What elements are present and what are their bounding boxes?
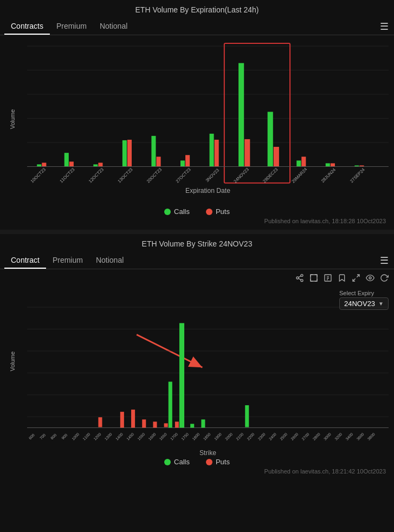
- svg-rect-15: [64, 153, 69, 166]
- svg-text:3200: 3200: [334, 432, 343, 441]
- svg-rect-25: [210, 134, 214, 167]
- svg-text:1600: 1600: [148, 432, 157, 441]
- menu-icon[interactable]: ☰: [380, 21, 389, 33]
- chart1-area: Volume 125K 100K 75K 50K 25K 0: [0, 35, 394, 203]
- chart2-menu-icon[interactable]: ☰: [380, 255, 389, 267]
- svg-rect-14: [42, 163, 46, 166]
- chart2-section: ETH Volume By Strike 24NOV23 Contract Pr…: [0, 234, 394, 480]
- svg-text:1450: 1450: [126, 432, 134, 441]
- svg-rect-90: [201, 419, 205, 427]
- svg-rect-85: [164, 423, 168, 427]
- svg-text:600: 600: [28, 433, 35, 440]
- svg-text:24NOV23: 24NOV23: [233, 167, 250, 184]
- svg-rect-84: [153, 421, 157, 427]
- svg-text:3800: 3800: [367, 432, 376, 441]
- svg-rect-26: [215, 140, 219, 167]
- svg-rect-29: [268, 112, 273, 166]
- svg-text:Expiration Date: Expiration Date: [185, 187, 230, 194]
- chart1-y-axis-label: Volume: [9, 109, 16, 129]
- tab2-premium[interactable]: Premium: [46, 252, 89, 269]
- svg-rect-18: [98, 163, 102, 166]
- svg-rect-24: [185, 155, 190, 166]
- svg-text:29MAR24: 29MAR24: [291, 167, 308, 184]
- svg-rect-28: [244, 139, 250, 167]
- svg-text:11OCT23: 11OCT23: [59, 167, 75, 184]
- svg-rect-19: [122, 140, 127, 167]
- section-divider: [0, 230, 394, 234]
- svg-text:29DEC23: 29DEC23: [262, 167, 279, 184]
- svg-text:1900: 1900: [214, 432, 222, 441]
- svg-text:2000: 2000: [224, 432, 233, 441]
- svg-text:2200: 2200: [247, 432, 255, 441]
- svg-rect-86: [175, 421, 179, 427]
- svg-text:3000: 3000: [323, 432, 332, 441]
- svg-rect-91: [245, 405, 249, 427]
- svg-text:2700: 2700: [301, 432, 310, 441]
- svg-text:1700: 1700: [170, 432, 178, 441]
- svg-text:800: 800: [50, 433, 57, 440]
- svg-text:20OCT23: 20OCT23: [146, 167, 163, 184]
- chart2-title: ETH Volume By Strike 24NOV23: [0, 239, 394, 248]
- svg-rect-82: [131, 410, 135, 427]
- legend-calls: Calls: [164, 207, 190, 216]
- tab-premium[interactable]: Premium: [50, 18, 93, 35]
- svg-text:2300: 2300: [257, 432, 266, 441]
- svg-text:1100: 1100: [82, 432, 91, 441]
- chart1-title: ETH Volume By Expiration(Last 24h): [0, 5, 394, 14]
- svg-text:2600: 2600: [290, 432, 299, 441]
- svg-rect-30: [274, 147, 279, 166]
- svg-text:1400: 1400: [115, 432, 124, 441]
- chart2-y-axis-label: Volume: [9, 352, 16, 372]
- svg-rect-34: [331, 163, 335, 166]
- svg-text:2400: 2400: [268, 432, 277, 441]
- svg-rect-83: [142, 419, 146, 427]
- svg-text:27OCT23: 27OCT23: [175, 167, 192, 184]
- svg-text:12OCT23: 12OCT23: [88, 167, 105, 184]
- chart2-wrapper: Select Expiry 24NOV23 ▼ Volume: [0, 269, 394, 453]
- svg-text:1800: 1800: [191, 432, 200, 441]
- svg-text:3400: 3400: [345, 432, 353, 441]
- svg-text:700: 700: [39, 433, 46, 440]
- tab-contracts[interactable]: Contracts: [4, 18, 50, 35]
- svg-text:10OCT23: 10OCT23: [30, 167, 47, 184]
- svg-text:2800: 2800: [312, 432, 321, 441]
- chart2-svg: 60K 50K 40K 30K 20K 10K 0: [27, 302, 389, 460]
- svg-rect-22: [157, 157, 161, 166]
- svg-rect-16: [69, 161, 74, 166]
- svg-rect-21: [151, 136, 156, 167]
- svg-text:2500: 2500: [279, 432, 288, 441]
- svg-text:1650: 1650: [159, 432, 167, 441]
- svg-rect-81: [120, 412, 124, 427]
- svg-text:3NOV23: 3NOV23: [205, 167, 221, 183]
- chart1-section: ETH Volume By Expiration(Last 24h) Contr…: [0, 0, 394, 230]
- chart1-svg: 125K 100K 75K 50K 25K 0: [27, 41, 389, 194]
- svg-text:900: 900: [61, 433, 68, 440]
- svg-text:1850: 1850: [203, 432, 211, 441]
- tab2-notional[interactable]: Notional: [89, 252, 130, 269]
- svg-text:Strike: Strike: [199, 449, 216, 457]
- puts-label: Puts: [216, 207, 230, 216]
- svg-rect-17: [93, 164, 98, 166]
- puts-dot: [206, 209, 212, 215]
- svg-rect-89: [190, 424, 194, 427]
- svg-rect-12: [224, 43, 290, 183]
- tab-notional[interactable]: Notional: [93, 18, 134, 35]
- chart2-area: Volume 60K 50K: [0, 269, 394, 453]
- svg-text:2100: 2100: [235, 432, 244, 441]
- chart2-tab-bar: Contract Premium Notional ☰: [0, 252, 394, 269]
- svg-text:28JUN24: 28JUN24: [320, 167, 337, 184]
- tab-contract[interactable]: Contract: [4, 252, 46, 269]
- chart1-tab-bar: Contracts Premium Notional ☰: [0, 18, 394, 35]
- svg-rect-13: [37, 164, 41, 166]
- svg-rect-27: [238, 63, 244, 166]
- svg-text:3600: 3600: [356, 432, 365, 441]
- svg-rect-88: [179, 323, 184, 427]
- svg-text:1750: 1750: [180, 432, 189, 441]
- svg-text:1300: 1300: [104, 432, 113, 441]
- chart1-published: Published on laevitas.ch, 18:18:28 10Oct…: [0, 218, 394, 227]
- legend-puts: Puts: [206, 207, 230, 216]
- svg-rect-20: [127, 140, 132, 167]
- svg-rect-31: [296, 160, 301, 166]
- svg-text:1000: 1000: [71, 432, 80, 441]
- svg-text:13OCT23: 13OCT23: [117, 167, 134, 184]
